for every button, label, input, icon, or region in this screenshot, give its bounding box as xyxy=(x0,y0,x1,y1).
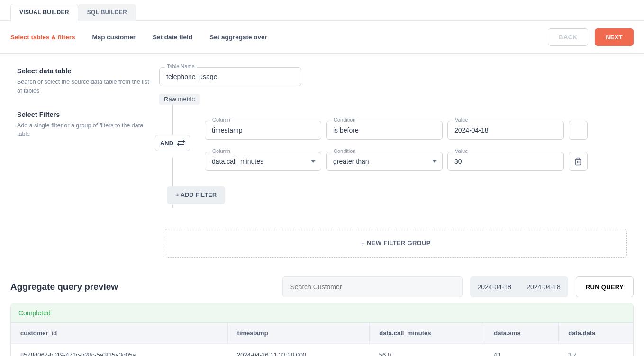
table-header-cell: data.sms xyxy=(484,323,559,344)
swap-icon xyxy=(177,139,185,147)
query-status-banner: Completed xyxy=(11,303,633,323)
table-header-cell: data.data xyxy=(559,323,633,344)
back-button[interactable]: BACK xyxy=(548,28,588,46)
filter-row: ColumnConditionValue xyxy=(205,121,627,145)
table-row: 8578d067-b019-471c-b28c-5a3f35a3d05a2024… xyxy=(11,344,633,356)
filter-action-button[interactable] xyxy=(569,121,588,140)
step-select-tables[interactable]: Select tables & filters xyxy=(10,34,75,41)
tab-sql-builder[interactable]: SQL BUILDER xyxy=(78,4,136,21)
logic-label: AND xyxy=(160,140,173,147)
step-map-customer[interactable]: Map customer xyxy=(92,34,136,41)
table-header-cell: data.call_minutes xyxy=(370,323,484,344)
filter-column-label: Column xyxy=(210,148,232,154)
filter-value-label: Value xyxy=(453,117,470,123)
filter-connector-line xyxy=(172,105,173,135)
select-data-table-heading: Select data table xyxy=(17,67,150,75)
next-button[interactable]: NEXT xyxy=(595,28,634,46)
aggregate-preview-title: Aggregate query preview xyxy=(10,282,275,292)
select-data-table-desc: Search or select the source data table f… xyxy=(17,78,150,96)
raw-metric-badge[interactable]: Raw metric xyxy=(159,94,200,105)
table-cell: 3.7 xyxy=(559,344,633,356)
filter-condition-select[interactable] xyxy=(326,152,443,171)
table-cell: 56.0 xyxy=(370,344,484,356)
date-to: 2024-04-18 xyxy=(519,283,568,291)
filter-column-select[interactable] xyxy=(205,152,321,171)
table-header-cell: customer_id xyxy=(11,323,227,344)
filter-logic-operator[interactable]: AND xyxy=(155,135,190,151)
filter-value-label: Value xyxy=(453,148,470,154)
select-filters-heading: Select Filters xyxy=(17,111,150,118)
table-cell: 43 xyxy=(484,344,559,356)
filter-value-input[interactable] xyxy=(447,152,564,171)
chevron-down-icon xyxy=(432,160,437,163)
add-filter-button[interactable]: + ADD FILTER xyxy=(167,186,225,204)
filter-row: ColumnConditionValue xyxy=(205,152,627,177)
table-cell: 2024-04-16 11:33:38.000 xyxy=(227,344,370,356)
date-from: 2024-04-18 xyxy=(470,283,519,291)
builder-mode-tabs: VISUAL BUILDER SQL BUILDER xyxy=(0,0,644,21)
run-query-button[interactable]: RUN QUERY xyxy=(576,276,634,297)
search-customer-input[interactable] xyxy=(282,276,463,297)
chevron-down-icon xyxy=(311,160,316,163)
filter-condition-select[interactable] xyxy=(326,121,443,140)
step-set-aggregate[interactable]: Set aggregate over xyxy=(209,34,267,41)
date-range-picker[interactable]: 2024-04-18 2024-04-18 xyxy=(470,276,568,297)
filter-column-select[interactable] xyxy=(205,121,321,140)
trash-icon xyxy=(574,157,582,166)
table-cell: 8578d067-b019-471c-b28c-5a3f35a3d05a xyxy=(11,344,227,356)
select-filters-desc: Add a single filter or a group of filter… xyxy=(17,121,150,139)
new-filter-group-button[interactable]: + NEW FILTER GROUP xyxy=(165,229,627,258)
filter-value-input[interactable] xyxy=(447,121,564,140)
table-name-input[interactable] xyxy=(159,67,301,86)
filter-condition-label: Condition xyxy=(332,148,357,154)
table-header-cell: timestamp xyxy=(227,323,370,344)
tab-visual-builder[interactable]: VISUAL BUILDER xyxy=(10,4,78,21)
wizard-step-bar: Select tables & filters Map customer Set… xyxy=(0,21,644,54)
table-name-label: Table Name xyxy=(165,63,197,69)
filter-condition-label: Condition xyxy=(332,117,357,123)
delete-filter-button[interactable] xyxy=(569,152,588,171)
filter-column-label: Column xyxy=(210,117,232,123)
results-table: customer_idtimestampdata.call_minutesdat… xyxy=(11,323,633,356)
step-set-date-field[interactable]: Set date field xyxy=(153,34,192,41)
